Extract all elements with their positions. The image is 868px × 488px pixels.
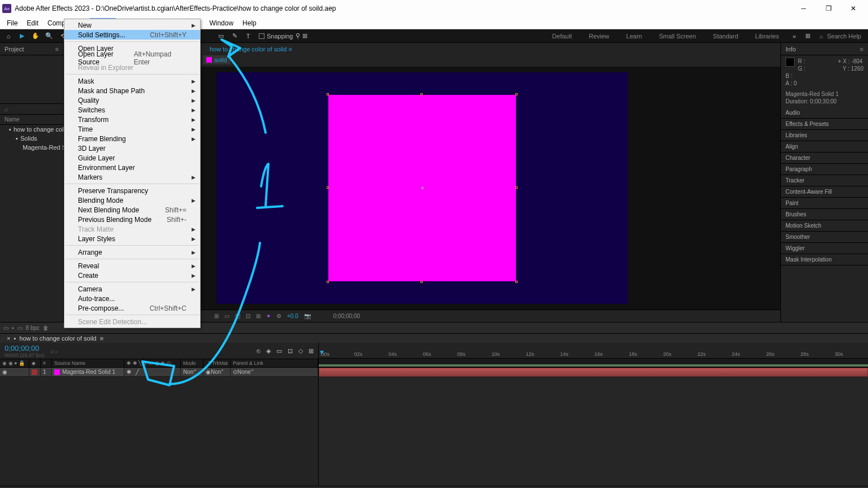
menu-item-environment-layer[interactable]: Environment Layer [64,163,200,172]
menu-item-mask[interactable]: Mask▶ [64,76,200,86]
panel-audio[interactable]: Audio [781,107,868,119]
hand-tool-icon[interactable]: ✋ [29,30,42,42]
workspace-standard[interactable]: Standard [705,32,747,41]
timeline-ruler[interactable]: ▾ :00s 02s 04s 06s 08s 10s 12s 14s 16s 1… [319,343,868,359]
panel-brushes[interactable]: Brushes [781,209,868,220]
solid-layer[interactable] [328,95,516,281]
col-label[interactable]: ◆ [29,359,41,367]
menu-window[interactable]: Window [205,18,238,28]
footer-icon[interactable]: ▭ [3,325,8,331]
menu-item-mask-and-shape-path[interactable]: Mask and Shape Path▶ [64,86,200,95]
tl-icon[interactable]: ▭ [276,347,282,355]
panel-character[interactable]: Character [781,152,868,164]
transform-handle[interactable] [327,281,329,283]
col-trkmat[interactable]: TTrkMat [203,359,231,367]
project-item-solid[interactable]: Magenta-Red Solid… [0,143,63,152]
col-mode[interactable]: Mode [181,359,203,367]
workspace-learn[interactable]: Learn [618,32,650,41]
layer-name-cell[interactable]: Magenta-Red Solid 1 [52,368,124,376]
menu-item-time[interactable]: Time▶ [64,124,200,134]
menu-item-create[interactable]: Create▶ [64,271,200,280]
tl-icon[interactable]: ◇ [298,347,303,355]
search-icon[interactable]: ⌕▾ [50,347,58,354]
panel-menu-icon[interactable]: ≡ [55,46,59,53]
panel-mask-interpolation[interactable]: Mask Interpolation [781,254,868,265]
col-parent[interactable]: Parent & Link [231,359,318,367]
menu-item-next-blending-mode[interactable]: Next Blending ModeShift+= [64,205,200,215]
viewer-option-icon[interactable]: ⊞ [214,313,219,319]
magnet-icon[interactable]: ⚲ [296,32,300,40]
workspace-default[interactable]: Default [544,32,580,41]
transform-handle[interactable] [515,281,518,283]
menu-edit[interactable]: Edit [22,18,43,28]
menu-help[interactable]: Help [238,18,261,28]
transform-handle[interactable] [515,186,518,189]
menu-item-3d-layer[interactable]: 3D Layer [64,143,200,153]
menu-item-switches[interactable]: Switches▶ [64,105,200,115]
snap-grid-icon[interactable]: ⊞ [302,32,307,40]
menu-item-pre-compose[interactable]: Pre-compose...Ctrl+Shift+C [64,303,200,313]
minimize-button[interactable]: ─ [791,1,816,16]
menu-item-new[interactable]: New▶ [64,20,200,30]
menu-item-auto-trace[interactable]: Auto-trace... [64,294,200,303]
panel-menu-icon[interactable]: ⊞ [801,30,814,42]
workspace-libraries[interactable]: Libraries [747,32,787,41]
viewer-option-icon[interactable]: ▭ [224,313,229,319]
panel-tracker[interactable]: Tracker [781,175,868,186]
menu-item-transform[interactable]: Transform▶ [64,115,200,124]
viewer-option-icon[interactable]: ⊞ [256,313,261,319]
layer-parent[interactable]: ⊙ None ˅ [231,368,318,376]
layer-duration-bar[interactable] [319,368,868,377]
playhead-icon[interactable]: ▾ [320,347,324,356]
help-search[interactable]: ⌕ Search Help [815,33,866,40]
trash-icon[interactable]: 🗑 [43,325,49,331]
layer-switches-2[interactable]: ✱ ╱ [124,368,181,376]
menu-item-reveal[interactable]: Reveal▶ [64,261,200,271]
maximize-button[interactable]: ❐ [816,1,841,16]
snapping-toggle[interactable]: Snapping ⚲ ⊞ [259,32,307,40]
menu-item-solid-settings[interactable]: Solid Settings...Ctrl+Shift+Y [64,30,200,40]
track-area[interactable] [319,368,868,486]
zoom-tool-icon[interactable]: 🔍 [43,30,55,42]
col-switches[interactable]: ◉ ◉ ● 🔒 [0,359,29,367]
rect-tool-icon[interactable]: ▭ [215,30,227,42]
menu-item-blending-mode[interactable]: Blending Mode▶ [64,195,200,205]
tl-icon[interactable]: ⎋ [257,347,261,354]
menu-item-frame-blending[interactable]: Frame Blending▶ [64,134,200,143]
timeline-tab[interactable]: × ▪ how to change color of soild ≡ [2,334,108,342]
layer-color[interactable] [29,368,41,376]
viewer-option-icon[interactable]: ◫ [235,313,240,319]
panel-align[interactable]: Align [781,141,868,152]
text-tool-icon[interactable]: T [242,30,254,42]
panel-paragraph[interactable]: Paragraph [781,164,868,175]
panel-paint[interactable]: Paint [781,198,868,209]
timeline-layer-row[interactable]: ◉ 1 Magenta-Red Solid 1 ✱ ╱ Norr ˅ ◉ Non… [0,368,318,377]
selection-tool-icon[interactable]: ▶ [16,30,28,42]
close-button[interactable]: ✕ [841,1,866,16]
current-time[interactable]: 0;00;00;00 [333,313,360,319]
project-column-name[interactable]: Name [0,115,63,125]
menu-file[interactable]: File [2,18,22,28]
layer-switches[interactable]: ◉ [0,368,29,376]
workspace-small-screen[interactable]: Small Screen [651,32,704,41]
panel-libraries[interactable]: Libraries [781,130,868,141]
col-source-name[interactable]: Source Name [52,359,124,367]
project-search[interactable]: ⌕ [0,103,63,115]
col-index[interactable]: # [41,359,52,367]
pen-tool-icon[interactable]: ✎ [228,30,241,42]
workspace-overflow-icon[interactable]: » [788,30,800,42]
home-icon[interactable]: ⌂ [2,30,15,42]
comp-tab[interactable]: how to change color of soild ≡ [204,44,298,54]
tl-icon[interactable]: ◈ [266,347,271,355]
info-panel-header[interactable]: Info ≡ [781,43,868,55]
footer-icon[interactable]: ▪ [12,325,14,331]
menu-item-quality[interactable]: Quality▶ [64,95,200,105]
transform-handle[interactable] [327,93,329,95]
project-item-comp[interactable]: ▪ how to change color of… [0,125,63,134]
menu-item-previous-blending-mode[interactable]: Previous Blending ModeShift+- [64,215,200,224]
col-switches-2[interactable]: ✱ ✱ ╲ fx ▭ ◉ ◉ ⊙ [124,359,181,367]
color-mgmt-icon[interactable]: ✦ [266,313,271,319]
menu-item-guide-layer[interactable]: Guide Layer [64,153,200,163]
panel-menu-icon[interactable]: ≡ [100,335,103,342]
transform-handle[interactable] [327,186,329,189]
